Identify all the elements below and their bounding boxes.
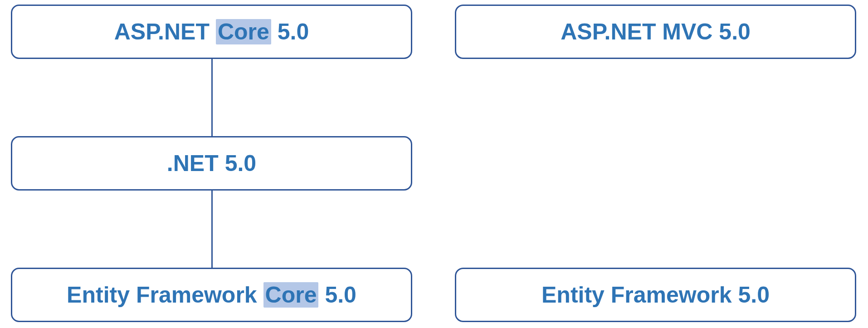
connector-bottom <box>211 191 213 268</box>
node-ef-core-label: Entity Framework Core 5.0 <box>67 282 356 308</box>
label-part: 5.0 <box>318 282 356 308</box>
highlight-core: Core <box>216 19 271 44</box>
label-part: Entity Framework <box>67 282 263 308</box>
node-net5-label: .NET 5.0 <box>167 150 256 176</box>
node-ef5-label: Entity Framework 5.0 <box>541 282 770 308</box>
node-aspnet-core-label: ASP.NET Core 5.0 <box>114 19 309 45</box>
highlight-core: Core <box>263 282 319 308</box>
label-part: 5.0 <box>271 19 309 44</box>
node-aspnet-core: ASP.NET Core 5.0 <box>11 5 412 59</box>
node-ef-core: Entity Framework Core 5.0 <box>11 268 412 322</box>
diagram-canvas: ASP.NET Core 5.0 .NET 5.0 Entity Framewo… <box>0 0 868 328</box>
node-aspnet-mvc: ASP.NET MVC 5.0 <box>455 5 856 59</box>
connector-top <box>211 59 213 136</box>
label-part: ASP.NET <box>114 19 216 44</box>
node-ef5: Entity Framework 5.0 <box>455 268 856 322</box>
node-net5: .NET 5.0 <box>11 136 412 191</box>
node-aspnet-mvc-label: ASP.NET MVC 5.0 <box>561 19 751 45</box>
